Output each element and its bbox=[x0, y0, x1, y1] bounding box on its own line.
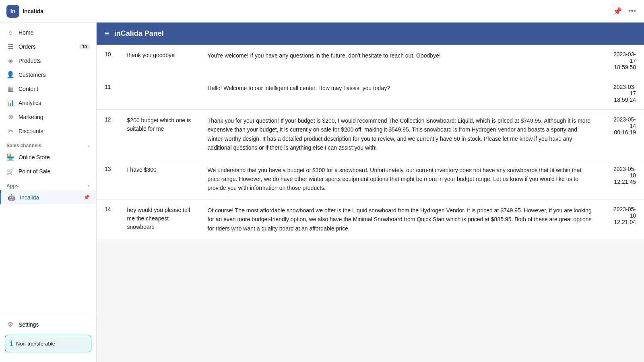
timestamp: 2023-03-17 18:59:24 bbox=[600, 77, 644, 110]
row-number: 14 bbox=[97, 199, 119, 239]
user-message: $200 budget which one is suitable for me bbox=[119, 110, 200, 159]
sidebar-item-settings[interactable]: ⚙ Settings bbox=[0, 317, 96, 331]
sidebar-item-label: Settings bbox=[19, 321, 39, 328]
layout: ⌂ Home ☰ Orders 10 ◈ Products 👤 Customer… bbox=[0, 23, 644, 362]
sales-channels-section: Sales channels › bbox=[0, 138, 96, 150]
online-store-icon: 🏪 bbox=[6, 153, 14, 161]
user-message: thank you goodbye bbox=[119, 45, 200, 77]
sidebar-item-label: Online Store bbox=[19, 154, 50, 160]
app-title: Incalida bbox=[23, 8, 608, 14]
app-logo: In bbox=[6, 5, 19, 18]
top-bar-actions: 📌 ••• bbox=[611, 5, 638, 17]
user-message: I have $300 bbox=[119, 159, 200, 199]
sidebar-item-label: Customers bbox=[19, 72, 46, 78]
sidebar-bottom: ⚙ Settings ℹ Non-transferable bbox=[0, 314, 96, 359]
orders-icon: ☰ bbox=[6, 43, 14, 50]
timestamp: 2023-03-17 18:59:50 bbox=[600, 45, 644, 77]
home-icon: ⌂ bbox=[6, 29, 14, 36]
bot-message: Thank you for your question! If your bud… bbox=[200, 110, 600, 159]
settings-icon: ⚙ bbox=[6, 321, 14, 328]
hamburger-icon[interactable]: ≡ bbox=[105, 29, 109, 38]
row-number: 13 bbox=[97, 159, 119, 199]
sidebar-item-home[interactable]: ⌂ Home bbox=[0, 26, 96, 39]
pin-button[interactable]: 📌 bbox=[611, 5, 623, 17]
sidebar-item-marketing[interactable]: ⊛ Marketing bbox=[0, 110, 96, 124]
panel-header: ≡ inCalida Panel bbox=[97, 23, 644, 45]
discounts-icon: ✂ bbox=[6, 127, 14, 135]
table-row: 14hey would you please tell me the cheap… bbox=[97, 199, 644, 239]
pos-icon: 🛒 bbox=[6, 167, 14, 175]
sidebar-item-products[interactable]: ◈ Products bbox=[0, 53, 96, 68]
timestamp: 2023-05-10 12:21:45 bbox=[600, 159, 644, 199]
more-button[interactable]: ••• bbox=[627, 5, 638, 17]
content-icon: ▦ bbox=[6, 85, 14, 93]
sidebar-item-label: Content bbox=[19, 86, 38, 92]
marketing-icon: ⊛ bbox=[6, 113, 14, 121]
bot-message: Hello! Welcome to our intelligent call c… bbox=[200, 77, 600, 110]
sidebar-item-label: Point of Sale bbox=[19, 168, 50, 175]
top-bar: In Incalida 📌 ••• bbox=[0, 0, 644, 23]
sidebar-item-customers[interactable]: 👤 Customers bbox=[0, 68, 96, 82]
non-transferable-label: Non-transferable bbox=[16, 341, 55, 347]
apps-section: Apps › bbox=[0, 178, 96, 190]
non-transferable-banner: ℹ Non-transferable bbox=[5, 335, 91, 352]
table-row: 12$200 budget which one is suitable for … bbox=[97, 110, 644, 159]
chat-table-container: 10thank you goodbyeYou're welcome! If yo… bbox=[97, 45, 644, 362]
sidebar-item-content[interactable]: ▦ Content bbox=[0, 82, 96, 96]
sidebar-item-orders[interactable]: ☰ Orders 10 bbox=[0, 39, 96, 53]
row-number: 12 bbox=[97, 110, 119, 159]
main-content: ≡ inCalida Panel 10thank you goodbyeYou'… bbox=[97, 23, 644, 362]
sidebar-item-label: Marketing bbox=[19, 114, 43, 120]
sidebar-item-label: Analytics bbox=[19, 100, 41, 106]
sidebar-item-label: Discounts bbox=[19, 128, 43, 134]
table-row: 11Hello! Welcome to our intelligent call… bbox=[97, 77, 644, 110]
sidebar-item-incalida[interactable]: 🤖 Incalida 📌 bbox=[0, 190, 96, 204]
table-row: 13I have $300We understand that you have… bbox=[97, 159, 644, 199]
user-message bbox=[119, 77, 200, 110]
incalida-icon: 🤖 bbox=[8, 193, 16, 201]
incalida-pin-icon: 📌 bbox=[83, 194, 90, 200]
info-icon: ℹ bbox=[10, 339, 13, 348]
panel-header-title: inCalida Panel bbox=[114, 29, 164, 38]
sidebar-item-analytics[interactable]: 📊 Analytics bbox=[0, 96, 96, 110]
customers-icon: 👤 bbox=[6, 71, 14, 78]
sidebar-item-label: Products bbox=[19, 58, 41, 64]
bot-message: Of course! The most affordable snowboard… bbox=[200, 199, 600, 239]
timestamp: 2023-05-14 00:16:19 bbox=[600, 110, 644, 159]
table-row: 10thank you goodbyeYou're welcome! If yo… bbox=[97, 45, 644, 77]
sidebar-item-point-of-sale[interactable]: 🛒 Point of Sale bbox=[0, 164, 96, 178]
user-message: hey would you please tell me the cheapes… bbox=[119, 199, 200, 239]
sidebar-item-discounts[interactable]: ✂ Discounts bbox=[0, 124, 96, 138]
timestamp: 2023-05-10 12:21:04 bbox=[600, 199, 644, 239]
products-icon: ◈ bbox=[6, 57, 14, 64]
apps-chevron: › bbox=[88, 183, 90, 189]
orders-badge: 10 bbox=[79, 44, 90, 49]
sidebar-item-online-store[interactable]: 🏪 Online Store bbox=[0, 150, 96, 164]
sidebar-item-label: Home bbox=[19, 29, 33, 36]
chat-table: 10thank you goodbyeYou're welcome! If yo… bbox=[97, 45, 644, 239]
sidebar-item-label: Orders bbox=[19, 43, 36, 50]
bot-message: We understand that you have a budget of … bbox=[200, 159, 600, 199]
row-number: 11 bbox=[97, 77, 119, 110]
bot-message: You're welcome! If you have any question… bbox=[200, 45, 600, 77]
sidebar: ⌂ Home ☰ Orders 10 ◈ Products 👤 Customer… bbox=[0, 23, 97, 362]
analytics-icon: 📊 bbox=[6, 99, 14, 107]
sidebar-item-label: Incalida bbox=[20, 194, 39, 201]
sales-channels-chevron: › bbox=[88, 143, 90, 148]
row-number: 10 bbox=[97, 45, 119, 77]
